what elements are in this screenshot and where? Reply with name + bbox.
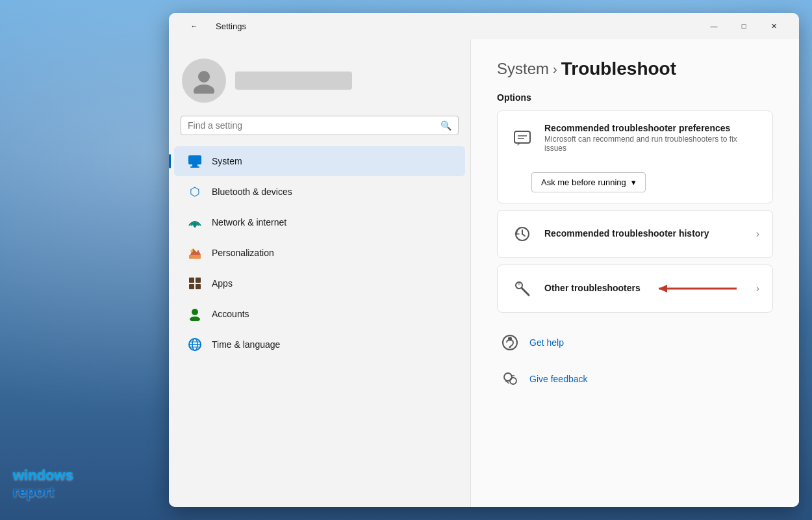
breadcrumb-parent[interactable]: System — [497, 60, 549, 78]
svg-rect-2 — [188, 155, 201, 164]
window-content: 🔍 System ⬡ Bluetooth & dev — [169, 39, 799, 507]
other-troubleshooters-row[interactable]: Other troubleshooters › — [498, 265, 772, 312]
give-feedback-label[interactable]: Give feedback — [529, 374, 588, 384]
give-feedback-row[interactable]: Give feedback — [497, 362, 773, 396]
recommended-prefs-subtitle: Microsoft can recommend and run troubles… — [544, 135, 759, 153]
user-icon — [191, 68, 217, 94]
search-icon: 🔍 — [440, 120, 451, 131]
wrench-icon — [511, 277, 534, 300]
sidebar-item-apps-label: Apps — [212, 278, 233, 289]
sidebar-item-system-label: System — [212, 156, 242, 166]
chat-icon — [511, 126, 534, 150]
svg-rect-9 — [196, 278, 201, 283]
network-icon — [187, 214, 203, 230]
title-bar-left: ← Settings — [179, 16, 246, 36]
search-box[interactable]: 🔍 — [181, 116, 459, 135]
settings-window: ← Settings — □ ✕ — [169, 13, 799, 507]
window-title: Settings — [216, 21, 246, 31]
minimize-button[interactable]: — — [699, 16, 729, 36]
main-content: System › Troubleshoot Options — [471, 39, 799, 507]
sidebar-item-accounts[interactable]: Accounts — [174, 299, 465, 329]
bottom-links: Get help Give feedback — [497, 326, 773, 396]
svg-point-0 — [198, 71, 210, 83]
apps-icon — [187, 276, 203, 291]
back-button[interactable]: ← — [179, 16, 209, 36]
recommended-history-row[interactable]: Recommended troubleshooter history › — [498, 211, 772, 257]
search-input[interactable] — [188, 120, 435, 131]
bluetooth-icon: ⬡ — [187, 184, 203, 200]
dropdown-wrapper: Ask me before running ▾ — [498, 164, 772, 203]
window-controls: — □ ✕ — [699, 16, 789, 36]
svg-point-5 — [194, 225, 196, 228]
svg-point-1 — [194, 84, 214, 94]
svg-rect-10 — [189, 284, 194, 289]
breadcrumb: System › Troubleshoot — [497, 58, 773, 79]
red-arrow-annotation — [655, 281, 740, 296]
svg-point-12 — [192, 309, 198, 315]
sidebar-item-bluetooth[interactable]: ⬡ Bluetooth & devices — [174, 177, 465, 207]
recommended-history-title: Recommended troubleshooter history — [544, 228, 746, 239]
svg-rect-4 — [190, 166, 199, 168]
profile-name-placeholder — [235, 72, 352, 90]
recommended-prefs-text: Recommended troubleshooter preferences M… — [544, 123, 759, 153]
get-help-icon — [500, 332, 520, 353]
svg-rect-19 — [514, 131, 530, 143]
breadcrumb-separator: › — [553, 62, 557, 77]
sidebar-item-network[interactable]: Network & internet — [174, 207, 465, 237]
give-feedback-icon — [500, 369, 520, 389]
svg-point-29 — [509, 346, 511, 348]
svg-point-7 — [190, 250, 193, 252]
sidebar-item-bluetooth-label: Bluetooth & devices — [212, 187, 292, 197]
svg-rect-11 — [196, 284, 201, 289]
breadcrumb-current: Troubleshoot — [561, 58, 676, 79]
svg-point-13 — [190, 317, 200, 321]
sidebar-item-network-label: Network & internet — [212, 217, 286, 228]
sidebar-item-time-label: Time & language — [212, 339, 280, 350]
sidebar-item-apps[interactable]: Apps — [174, 268, 465, 298]
history-chevron-icon: › — [756, 228, 759, 240]
close-button[interactable]: ✕ — [759, 16, 789, 36]
sidebar-item-personalization-label: Personalization — [212, 248, 274, 258]
sidebar: 🔍 System ⬡ Bluetooth & dev — [169, 39, 471, 507]
svg-marker-26 — [659, 285, 667, 292]
dropdown-chevron-icon: ▾ — [631, 177, 636, 187]
svg-point-31 — [510, 378, 516, 384]
avatar — [182, 58, 226, 103]
windows-report-watermark: windowsreport — [13, 467, 73, 500]
system-icon — [187, 153, 203, 169]
recommended-history-card[interactable]: Recommended troubleshooter history › — [497, 210, 773, 258]
other-troubleshooters-card[interactable]: Other troubleshooters › — [497, 265, 773, 313]
other-chevron-icon: › — [756, 283, 759, 294]
accounts-icon — [187, 306, 203, 322]
profile-section — [169, 52, 470, 116]
recommended-history-text: Recommended troubleshooter history — [544, 228, 746, 240]
nav-list: System ⬡ Bluetooth & devices — [169, 146, 470, 360]
dropdown-value: Ask me before running — [541, 177, 626, 187]
history-icon — [511, 222, 534, 246]
title-bar: ← Settings — □ ✕ — [169, 13, 799, 39]
svg-line-24 — [522, 288, 529, 295]
sidebar-item-system[interactable]: System — [174, 146, 465, 176]
personalization-icon — [187, 245, 203, 261]
time-icon — [187, 337, 203, 352]
get-help-row[interactable]: Get help — [497, 326, 773, 359]
options-section-label: Options — [497, 92, 773, 103]
maximize-button[interactable]: □ — [729, 16, 759, 36]
svg-rect-6 — [189, 255, 201, 259]
svg-rect-3 — [192, 164, 197, 166]
svg-rect-8 — [189, 278, 194, 283]
sidebar-item-accounts-label: Accounts — [212, 309, 249, 319]
recommended-prefs-title: Recommended troubleshooter preferences — [544, 123, 759, 133]
recommended-prefs-card: Recommended troubleshooter preferences M… — [497, 110, 773, 203]
sidebar-item-time[interactable]: Time & language — [174, 330, 465, 359]
recommended-prefs-row[interactable]: Recommended troubleshooter preferences M… — [498, 111, 772, 164]
sidebar-item-personalization[interactable]: Personalization — [174, 238, 465, 268]
troubleshooter-dropdown[interactable]: Ask me before running ▾ — [531, 172, 646, 192]
get-help-label[interactable]: Get help — [529, 337, 564, 348]
